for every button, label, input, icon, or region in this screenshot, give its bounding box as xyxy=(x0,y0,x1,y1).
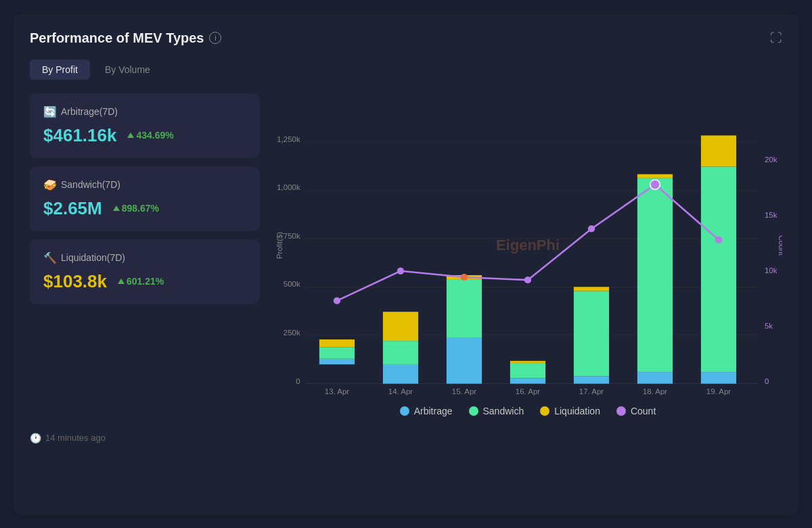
bar-sand-1 xyxy=(383,341,418,364)
chart-area: EigenPhi 0 250k 500k 750k 1,000k 1,250k … xyxy=(273,93,782,416)
bar-sand-3 xyxy=(510,362,545,378)
svg-text:Count: Count xyxy=(777,235,782,256)
tab-by-profit[interactable]: By Profit xyxy=(30,59,90,80)
svg-text:10k: 10k xyxy=(765,266,777,274)
svg-text:Profit($): Profit($) xyxy=(275,231,283,258)
svg-text:750k: 750k xyxy=(284,231,300,239)
bar-liq-0 xyxy=(319,339,355,347)
svg-text:0: 0 xyxy=(296,377,300,385)
tab-by-volume[interactable]: By Volume xyxy=(93,59,162,80)
svg-text:17. Apr: 17. Apr xyxy=(579,387,604,395)
svg-text:500k: 500k xyxy=(284,280,300,288)
legend-label-sandwich: Sandwich xyxy=(483,406,524,416)
sandwich-up-arrow xyxy=(113,206,120,211)
liquidation-icon: 🔨 xyxy=(43,251,57,264)
bar-sand-0 xyxy=(319,347,355,358)
bar-arb-1 xyxy=(383,364,418,383)
svg-text:14. Apr: 14. Apr xyxy=(388,387,413,395)
tab-group: By Profit By Volume xyxy=(30,59,782,80)
count-dot-3 xyxy=(524,277,531,283)
svg-text:20k: 20k xyxy=(765,155,777,164)
count-dot-5 xyxy=(650,179,660,189)
page-title: Performance of MEV Types xyxy=(30,30,204,46)
chart-container: EigenPhi 0 250k 500k 750k 1,000k 1,250k … xyxy=(273,93,782,398)
arbitrage-icon: 🔄 xyxy=(43,105,57,118)
legend-count: Count xyxy=(616,406,656,416)
bar-arb-0 xyxy=(319,358,355,364)
sandwich-change: 898.67% xyxy=(113,203,159,214)
count-dot-1 xyxy=(397,267,404,274)
count-dot-6 xyxy=(715,236,722,243)
bar-liq-5 xyxy=(637,174,673,178)
timestamp: 14 minutes ago xyxy=(45,433,106,443)
content-area: 🔄 Arbitrage(7D) $461.16k 434.69% 🥪 Sandw… xyxy=(30,93,782,416)
svg-text:13. Apr: 13. Apr xyxy=(325,387,350,395)
legend-label-arbitrage: Arbitrage xyxy=(414,406,453,416)
chart-legend: Arbitrage Sandwich Liquidation Count xyxy=(273,406,782,416)
arbitrage-card: 🔄 Arbitrage(7D) $461.16k 434.69% xyxy=(30,93,260,158)
bar-line-chart: 0 250k 500k 750k 1,000k 1,250k 0 5k 10k … xyxy=(273,93,782,398)
bar-arb-3 xyxy=(510,378,545,383)
expand-icon[interactable]: ⛶ xyxy=(770,31,782,45)
count-dot-4 xyxy=(588,225,595,232)
arbitrage-change: 434.69% xyxy=(127,130,173,141)
count-dot-2 xyxy=(461,273,468,280)
legend-label-count: Count xyxy=(631,406,656,416)
arbitrage-values: $461.16k 434.69% xyxy=(43,125,246,146)
svg-text:250k: 250k xyxy=(284,329,300,337)
legend-dot-liquidation xyxy=(540,406,549,416)
bar-sand-2 xyxy=(447,279,482,337)
liquidation-values: $103.8k 601.21% xyxy=(43,271,246,292)
sandwich-values: $2.65M 898.67% xyxy=(43,198,246,219)
sandwich-card: 🥪 Sandwich(7D) $2.65M 898.67% xyxy=(30,166,260,231)
svg-text:16. Apr: 16. Apr xyxy=(516,387,541,395)
legend-liquidation: Liquidation xyxy=(540,406,600,416)
bar-liq-4 xyxy=(574,287,609,291)
sandwich-value: $2.65M xyxy=(43,198,102,219)
liquidation-value: $103.8k xyxy=(43,271,107,292)
liquidation-label: 🔨 Liquidation(7D) xyxy=(43,251,246,264)
bar-arb-5 xyxy=(637,372,673,383)
svg-text:1,000k: 1,000k xyxy=(277,183,300,191)
bar-liq-1 xyxy=(383,312,418,341)
bar-liq-6 xyxy=(701,135,736,166)
svg-text:19. Apr: 19. Apr xyxy=(706,387,731,395)
left-panel: 🔄 Arbitrage(7D) $461.16k 434.69% 🥪 Sandw… xyxy=(30,93,260,416)
liquidation-change: 601.21% xyxy=(118,276,164,287)
arbitrage-up-arrow xyxy=(127,133,134,138)
arbitrage-value: $461.16k xyxy=(43,125,116,146)
legend-dot-arbitrage xyxy=(400,406,409,416)
bar-arb-4 xyxy=(574,376,609,383)
svg-text:15k: 15k xyxy=(765,211,777,219)
main-card: Performance of MEV Types i ⛶ By Profit B… xyxy=(14,14,798,514)
bar-arb-2 xyxy=(447,337,482,384)
count-dot-0 xyxy=(334,297,340,304)
liquidation-card: 🔨 Liquidation(7D) $103.8k 601.21% xyxy=(30,239,260,304)
bar-sand-6 xyxy=(701,166,736,372)
clock-icon: 🕐 xyxy=(30,433,41,443)
header-left: Performance of MEV Types i xyxy=(30,30,221,46)
bar-sand-5 xyxy=(637,178,673,371)
legend-label-liquidation: Liquidation xyxy=(554,406,600,416)
svg-text:0: 0 xyxy=(765,377,769,385)
liquidation-up-arrow xyxy=(118,279,125,284)
legend-arbitrage: Arbitrage xyxy=(400,406,453,416)
svg-text:18. Apr: 18. Apr xyxy=(643,387,668,395)
sandwich-icon: 🥪 xyxy=(43,178,57,191)
legend-dot-sandwich xyxy=(469,406,478,416)
bar-liq-3 xyxy=(510,360,545,362)
bar-sand-4 xyxy=(574,291,609,376)
footer: 🕐 14 minutes ago xyxy=(30,433,782,443)
arbitrage-label: 🔄 Arbitrage(7D) xyxy=(43,105,246,118)
info-icon[interactable]: i xyxy=(209,32,221,44)
sandwich-label: 🥪 Sandwich(7D) xyxy=(43,178,246,191)
header: Performance of MEV Types i ⛶ xyxy=(30,30,782,46)
svg-text:15. Apr: 15. Apr xyxy=(452,387,477,395)
legend-dot-count xyxy=(616,406,626,416)
legend-sandwich: Sandwich xyxy=(469,406,524,416)
svg-text:5k: 5k xyxy=(765,321,773,329)
bar-arb-6 xyxy=(701,372,736,383)
svg-text:1,250k: 1,250k xyxy=(277,135,300,143)
